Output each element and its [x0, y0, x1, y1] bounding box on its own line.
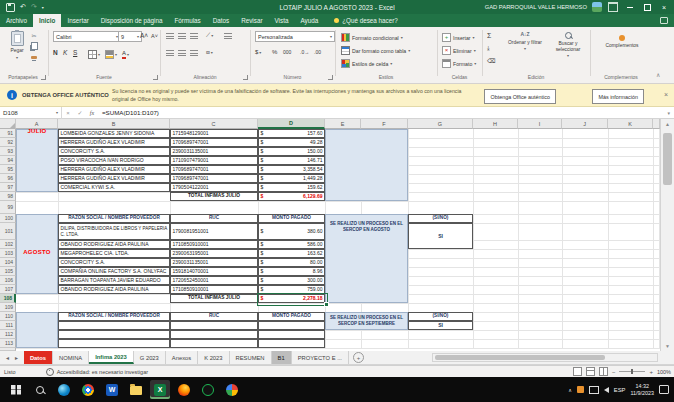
cell-C113[interactable]: [170, 339, 258, 348]
search-icon[interactable]: [30, 380, 50, 399]
clear-button[interactable]: ⌫: [487, 57, 495, 64]
cell-C108[interactable]: TOTAL INFIMAS JULIO: [170, 294, 258, 303]
tab-datos[interactable]: Datos: [207, 14, 235, 27]
cell-D113[interactable]: [258, 339, 325, 348]
zoom-slider[interactable]: [619, 371, 645, 372]
column-header-G[interactable]: G: [408, 119, 473, 129]
row-header-111[interactable]: 111: [0, 321, 16, 330]
cell-B104[interactable]: CONCORCITY S.A.: [58, 258, 170, 267]
sheet-nav-right-icon[interactable]: ►: [14, 355, 19, 361]
sheet-tab-resumen[interactable]: RESUMEN: [230, 351, 272, 364]
cell-C102[interactable]: 1710850910001: [170, 240, 258, 249]
row-header-113[interactable]: 113: [0, 339, 16, 348]
format-as-table-button[interactable]: Dar formato como tabla▾: [341, 46, 410, 55]
bold-button[interactable]: N: [53, 49, 58, 56]
horizontal-scroll-thumb[interactable]: [435, 355, 605, 360]
header-sino-september[interactable]: (SI/NO): [408, 312, 473, 321]
align-center-button[interactable]: [178, 50, 186, 56]
align-bottom-button[interactable]: [190, 33, 198, 39]
scroll-up-icon[interactable]: ▲: [661, 119, 674, 129]
formula-text[interactable]: =SUMA(D101:D107): [102, 109, 159, 116]
cell-B96[interactable]: HERRERA GUDIÑO ALEX VLADIMIR: [58, 174, 170, 183]
row-header-96[interactable]: 96: [0, 174, 16, 183]
cell-D112[interactable]: [258, 330, 325, 339]
tab-archivo[interactable]: Archivo: [0, 14, 33, 27]
cell-C107[interactable]: 1710850910001: [170, 285, 258, 294]
cell-B105[interactable]: COMPAÑIA ONLINE FACTORY S.A. ONLYFAC: [58, 267, 170, 276]
row-header-94[interactable]: 94: [0, 156, 16, 165]
row-header-104[interactable]: 104: [0, 258, 16, 267]
vertical-scrollbar[interactable]: ▲ ▼: [660, 119, 674, 351]
column-header-H[interactable]: H: [473, 119, 518, 129]
cell-B95[interactable]: HERRERA GUDIÑO ALEX VLADIMIR: [58, 165, 170, 174]
row-header-105[interactable]: 105: [0, 267, 16, 276]
cell-B101[interactable]: DILIPA, DISTRIBUIDORA DE LIBROS Y PAPELE…: [58, 223, 170, 240]
header-monto-august[interactable]: MONTO PAGADO: [258, 214, 325, 223]
font-name-select[interactable]: Calibri▾: [53, 31, 121, 42]
row-header-92[interactable]: 92: [0, 138, 16, 147]
zoom-out-icon[interactable]: −: [612, 369, 616, 375]
spreadsheet[interactable]: JULIOAGOSTOSE REALIZO UN PROCESO EN EL S…: [0, 119, 660, 351]
tab-vista[interactable]: Vista: [269, 14, 295, 27]
sort-filter-button[interactable]: A↓Z Ordenar y filtrar▾: [505, 32, 545, 52]
column-header-D[interactable]: D: [258, 119, 325, 129]
conditional-formatting-button[interactable]: Formato condicional▾: [341, 33, 403, 42]
header-razon-august[interactable]: RAZON SOCIAL / NOMBRE PROVEEDOR: [58, 214, 170, 223]
decrease-decimal-icon[interactable]: .00: [314, 49, 321, 55]
scroll-down-icon[interactable]: ▼: [661, 341, 674, 351]
spotify-icon[interactable]: [198, 380, 218, 399]
column-header-B[interactable]: B: [58, 119, 170, 129]
paste-button[interactable]: Pegar ▾: [6, 31, 28, 60]
align-left-button[interactable]: [166, 50, 174, 56]
firefox-icon[interactable]: [174, 380, 194, 399]
header-ruc-august[interactable]: RUC: [170, 214, 258, 223]
cell-B94[interactable]: POSO VIRACOCHA IVAN RODRIGO: [58, 156, 170, 165]
sheet-tab-infima-2023[interactable]: Infima 2023: [89, 351, 134, 364]
cut-button[interactable]: ✂: [30, 31, 38, 39]
close-warning-icon[interactable]: ×: [664, 91, 668, 98]
shrink-font-icon[interactable]: A˅: [151, 33, 158, 39]
format-painter-button[interactable]: [30, 53, 38, 61]
column-header-C[interactable]: C: [170, 119, 258, 129]
cell-C105[interactable]: 1591814070001: [170, 267, 258, 276]
tab-revisar[interactable]: Revisar: [235, 14, 268, 27]
get-office-button[interactable]: Obtenga Office auténtico: [484, 89, 556, 104]
sheet-tab-nomina[interactable]: NOMINA: [53, 351, 89, 364]
column-header-I[interactable]: I: [518, 119, 562, 129]
cell-C94[interactable]: 1710907479001: [170, 156, 258, 165]
cell-D101[interactable]: $380.60: [258, 223, 325, 240]
cell-C101[interactable]: 1790081951001: [170, 223, 258, 240]
volume-icon[interactable]: [604, 387, 609, 393]
italic-button[interactable]: K: [63, 49, 67, 56]
cell-B113[interactable]: [58, 339, 170, 348]
merge-center-button[interactable]: ⧈▾: [206, 49, 213, 56]
normal-view-icon[interactable]: [573, 367, 582, 376]
column-header-K[interactable]: K: [608, 119, 653, 129]
selected-cell-D108[interactable]: [257, 293, 328, 306]
number-format-select[interactable]: Personalizada▾: [255, 31, 335, 42]
grow-font-icon[interactable]: A˄: [140, 32, 148, 39]
accessibility-status[interactable]: Accesibilidad: es necesario investigar: [57, 369, 148, 375]
maximize-button[interactable]: [641, 1, 653, 13]
cell-B107[interactable]: OBANDO RODRIGUEZ AIDA PAULINA: [58, 285, 170, 294]
row-header-108[interactable]: 108: [0, 294, 16, 303]
more-info-button[interactable]: Más información: [592, 89, 644, 104]
cell-D96[interactable]: $1,449.28: [258, 174, 325, 183]
close-button[interactable]: ×: [658, 1, 670, 13]
file-explorer-icon[interactable]: [126, 380, 146, 399]
accounting-format-button[interactable]: $▾: [255, 49, 261, 55]
cell-B92[interactable]: HERRERA GUDIÑO ALEX VLADIMIR: [58, 138, 170, 147]
row-header-107[interactable]: 107: [0, 285, 16, 294]
cell-C92[interactable]: 1709689747001: [170, 138, 258, 147]
row-header-98[interactable]: 98: [0, 192, 16, 201]
vertical-scroll-thumb[interactable]: [663, 133, 672, 185]
align-top-button[interactable]: [166, 33, 174, 39]
cancel-icon[interactable]: ×: [62, 110, 74, 116]
cell-C95[interactable]: 1709689747001: [170, 165, 258, 174]
cell-D102[interactable]: $586.00: [258, 240, 325, 249]
cell-D97[interactable]: $159.62: [258, 183, 325, 192]
sheet-tab-proyecto-e-[interactable]: PROYECTO E ...: [292, 351, 349, 364]
format-cells-button[interactable]: Formato▾: [442, 59, 476, 68]
fill-handle[interactable]: [324, 302, 329, 307]
sheet-tab-k-2023[interactable]: K 2023: [198, 351, 229, 364]
